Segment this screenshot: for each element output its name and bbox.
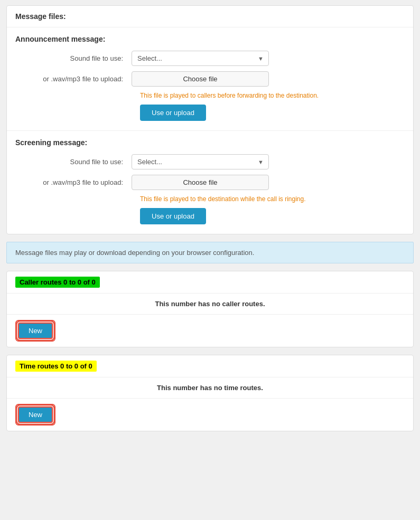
caller-routes-footer: New [7,315,413,347]
screening-use-upload-wrapper: Use or upload [15,208,405,229]
time-routes-section: Time routes 0 to 0 of 0 This number has … [6,355,414,431]
caller-routes-badge: Caller routes 0 to 0 of 0 [15,277,100,288]
caller-routes-section: Caller routes 0 to 0 of 0 This number ha… [6,271,414,347]
screening-sound-select[interactable]: Select... [132,154,269,169]
caller-routes-header: Caller routes 0 to 0 of 0 [7,271,413,294]
message-files-header: Message files: [7,6,413,27]
caller-routes-new-button[interactable]: New [18,323,53,339]
announcement-sound-label: Sound file to use: [15,54,132,62]
announcement-use-upload-wrapper: Use or upload [15,105,405,125]
announcement-subsection: Announcement message: Sound file to use:… [7,27,413,131]
screening-sound-label: Sound file to use: [15,158,132,166]
caller-routes-new-button-wrapper: New [15,320,55,342]
announcement-sound-select[interactable]: Select... [132,51,269,66]
message-files-info-banner: Message files may play or download depen… [6,242,414,263]
time-routes-badge: Time routes 0 to 0 of 0 [15,361,97,372]
announcement-sound-select-wrapper[interactable]: Select... ▼ [132,51,269,66]
screening-title: Screening message: [15,138,405,147]
announcement-upload-label: or .wav/mp3 file to upload: [15,75,132,83]
announcement-use-upload-button[interactable]: Use or upload [140,105,206,121]
announcement-title: Announcement message: [15,35,405,43]
screening-subsection: Screening message: Sound file to use: Se… [7,131,413,234]
time-routes-new-button[interactable]: New [18,406,53,423]
screening-sound-row: Sound file to use: Select... ▼ [15,154,405,169]
announcement-upload-control: Choose file [132,71,405,87]
caller-routes-empty-text: This number has no caller routes. [7,294,413,315]
screening-choose-file-button[interactable]: Choose file [132,175,269,190]
screening-upload-label: or .wav/mp3 file to upload: [15,178,132,186]
announcement-info-text: This file is played to callers before fo… [140,92,405,99]
message-files-section: Message files: Announcement message: Sou… [6,5,414,234]
time-routes-empty-text: This number has no time routes. [7,377,413,399]
time-routes-header: Time routes 0 to 0 of 0 [7,355,413,377]
screening-upload-row: or .wav/mp3 file to upload: Choose file [15,175,405,190]
time-routes-new-button-wrapper: New [15,404,55,426]
screening-sound-control: Select... ▼ [132,154,405,169]
screening-info-text: This file is played to the destination w… [140,195,405,203]
page-wrapper: Message files: Announcement message: Sou… [0,0,420,444]
time-routes-footer: New [7,399,413,431]
screening-sound-select-wrapper[interactable]: Select... ▼ [132,154,269,169]
announcement-sound-row: Sound file to use: Select... ▼ [15,51,405,66]
screening-use-upload-button[interactable]: Use or upload [140,208,206,224]
announcement-upload-row: or .wav/mp3 file to upload: Choose file [15,71,405,87]
announcement-sound-control: Select... ▼ [132,51,405,66]
screening-upload-control: Choose file [132,175,405,190]
announcement-choose-file-button[interactable]: Choose file [132,71,269,87]
